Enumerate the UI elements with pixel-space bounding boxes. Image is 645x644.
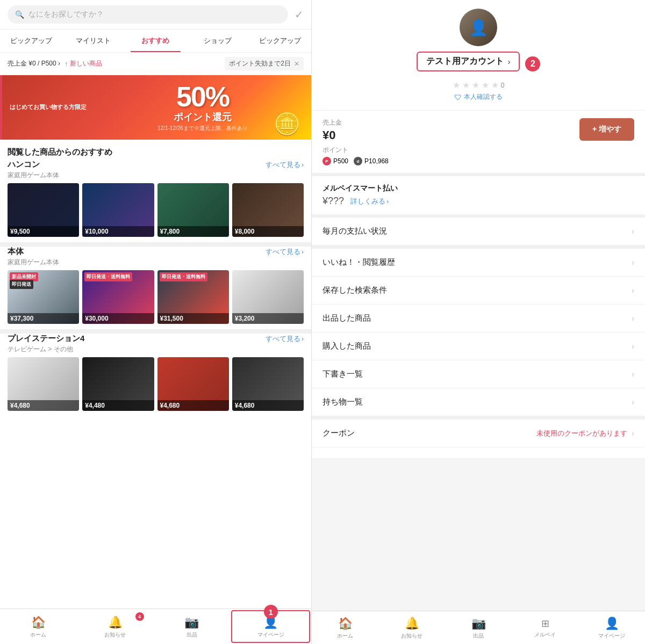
product-card[interactable]: 即日発送・送料無料 ¥30,000 [82, 270, 154, 324]
product-card[interactable]: ¥3,200 [232, 270, 304, 324]
tab-shop[interactable]: ショップ [187, 30, 249, 52]
category-hankon-sub: 家庭用ゲーム本体 [8, 171, 304, 180]
product-card[interactable]: ¥4,680 [157, 357, 229, 411]
star-3: ★ [472, 80, 479, 90]
menu-likes-history[interactable]: いいね！・閲覧履歴 › [312, 249, 645, 277]
menu-bought-items[interactable]: 購入した商品 › [312, 332, 645, 360]
see-all-hankon[interactable]: すべて見る › [266, 160, 304, 170]
shield-icon: 🛡 [454, 93, 462, 102]
category-switch-name: 本体 [8, 247, 24, 257]
points-expire: ポイント失効まで2日 ✕ [225, 57, 304, 70]
menu-listed-items[interactable]: 出品した商品 › [312, 305, 645, 332]
product-card[interactable]: 新品未開封 即日発送 ¥37,300 [8, 270, 79, 324]
account-name-btn[interactable]: テスト用アカウント › [417, 52, 520, 71]
menu-item-label: 下書き一覧 [322, 369, 363, 379]
money-info: 売上金 ¥0 ポイント P P500 d P10,968 [322, 118, 389, 165]
bell-icon: 🔔 [405, 617, 419, 631]
product-card[interactable]: ¥4,680 [8, 357, 79, 411]
increase-btn[interactable]: + 増やす [579, 118, 634, 141]
star-2: ★ [462, 80, 470, 90]
product-badge-instant: 即日発送 [10, 280, 33, 289]
nav-mypage-left[interactable]: 1 👤 マイページ [231, 610, 310, 643]
ps4-product-row: ¥4,680 ¥4,480 ¥4,680 ¥4,680 [8, 357, 304, 411]
menu-belongings[interactable]: 持ち物一覧 › [312, 388, 645, 416]
announcement-bar: 売上金 ¥0 / P500 › ↑ 新しい商品 ポイント失効まで2日 ✕ [0, 53, 311, 75]
mypage-circle-num: 1 [264, 605, 278, 619]
product-badge-instant: 即日発送・送料無料 [84, 272, 132, 281]
check-icon[interactable]: ✓ [295, 8, 304, 21]
bnr-notifications[interactable]: 🔔 お知らせ [378, 611, 445, 644]
see-all-ps4[interactable]: すべて見る › [266, 334, 304, 344]
tab-mylist[interactable]: マイリスト [62, 30, 125, 52]
product-card[interactable]: ¥4,680 [232, 357, 304, 411]
product-card[interactable]: 即日発送・送料無料 ¥31,500 [157, 270, 229, 324]
camera-icon: 📷 [184, 616, 199, 629]
sales-amount[interactable]: 売上金 ¥0 / P500 › [8, 59, 60, 68]
profile-section: 👤 テスト用アカウント › 2 ★ ★ ★ ★ ★ 0 🛡 [312, 0, 645, 111]
chevron-right-icon: › [632, 342, 634, 351]
promo-banner[interactable]: はじめてお買い物する方限定 50% ポイント還元 12/1-12/26まで※還元… [0, 75, 311, 140]
bnr-merpay-label: メルペイ [534, 631, 556, 639]
avatar-image: 👤 [460, 9, 497, 46]
tab-recommended[interactable]: おすすめ [125, 30, 187, 52]
new-product-btn[interactable]: ↑ 新しい商品 [64, 59, 102, 68]
notification-badge: 4 [135, 612, 144, 621]
verify-row[interactable]: 🛡 本人確認する [454, 92, 503, 102]
product-card[interactable]: ¥7,800 [157, 183, 229, 237]
menu-item-right: 未使用のクーポンがあります › [536, 429, 634, 438]
hankon-product-row: ¥9,500 ¥10,000 ¥7,800 ¥8,000 [8, 183, 304, 237]
points-row: P P500 d P10,968 [322, 157, 389, 165]
switch-product-row: 新品未開封 即日発送 ¥37,300 即日発送・送料無料 ¥30,000 即日発… [8, 270, 304, 324]
account-name: テスト用アカウント [426, 56, 504, 67]
circle-number-2: 2 [525, 56, 540, 71]
bnr-merpay[interactable]: ⊞ メルペイ [512, 611, 578, 644]
nav-notifications-label: お知らせ [104, 631, 126, 639]
merpay-detail-btn[interactable]: 詳しくみる › [350, 197, 389, 206]
close-points-btn[interactable]: ✕ [294, 60, 299, 68]
menu-coupons[interactable]: クーポン 未使用のクーポンがあります › [312, 419, 645, 447]
chevron-right-icon: › [632, 227, 634, 236]
bnr-notifications-label: お知らせ [401, 632, 422, 640]
money-section: 売上金 ¥0 ポイント P P500 d P10,968 + 増やす [312, 111, 645, 176]
stars-row: ★ ★ ★ ★ ★ 0 [453, 80, 505, 90]
category-hankon: ハンコン すべて見る › 家庭用ゲーム本体 ¥9,500 ¥10,000 ¥7,… [0, 160, 311, 237]
home-icon: 🏠 [338, 617, 353, 631]
left-content: はじめてお買い物する方限定 50% ポイント還元 12/1-12/26まで※還元… [0, 75, 311, 609]
menu-monthly-payment[interactable]: 毎月の支払い状況 › [312, 218, 645, 245]
menu-drafts[interactable]: 下書き一覧 › [312, 360, 645, 388]
point1-value: P500 [333, 157, 348, 165]
account-arrow-icon: › [508, 57, 511, 66]
product-price: ¥4,480 [82, 400, 154, 411]
product-card[interactable]: ¥9,500 [8, 183, 79, 237]
product-badge-instant: 即日発送・送料無料 [160, 272, 207, 281]
section-title: 閲覧した商品からのおすすめ [0, 140, 311, 160]
category-ps4-header: プレイステーション4 すべて見る › [8, 334, 304, 344]
point-item-1: P P500 [322, 157, 348, 165]
product-card[interactable]: ¥4,480 [82, 357, 154, 411]
tab-pickup1[interactable]: ピックアップ [0, 30, 62, 52]
bnr-home[interactable]: 🏠 ホーム [312, 611, 378, 644]
nav-home[interactable]: 🏠 ホーム [0, 609, 77, 644]
nav-sell[interactable]: 📷 出品 [154, 609, 231, 644]
bnr-sell[interactable]: 📷 出品 [445, 611, 512, 644]
search-icon: 🔍 [15, 10, 24, 19]
see-all-switch[interactable]: すべて見る › [266, 247, 304, 257]
menu-saved-search[interactable]: 保存した検索条件 › [312, 277, 645, 305]
search-placeholder: なにをお探しですか？ [28, 10, 104, 19]
product-price: ¥7,800 [157, 226, 229, 237]
bnr-mypage[interactable]: 👤 マイページ [578, 611, 645, 644]
product-card[interactable]: ¥8,000 [232, 183, 304, 237]
menu-item-label: 持ち物一覧 [322, 397, 363, 407]
tab-pickup2[interactable]: ピックアップ [249, 30, 311, 52]
nav-notifications[interactable]: 🔔 4 お知らせ [77, 609, 154, 644]
point-icon-red: P [322, 157, 331, 165]
menu-item-label: 購入した商品 [322, 341, 371, 351]
merpay-section: メルペイスマート払い ¥??? 詳しくみる › [312, 176, 645, 218]
search-input-wrap[interactable]: 🔍 なにをお探しですか？ [8, 5, 288, 24]
merpay-amount: ¥??? [322, 196, 344, 207]
menu-item-label: クーポン [322, 428, 355, 438]
product-card[interactable]: ¥10,000 [82, 183, 154, 237]
banner-point: ポイント還元 [174, 111, 232, 124]
banner-percent: 50% [176, 83, 229, 111]
menu-item-label: 保存した検索条件 [322, 285, 387, 295]
